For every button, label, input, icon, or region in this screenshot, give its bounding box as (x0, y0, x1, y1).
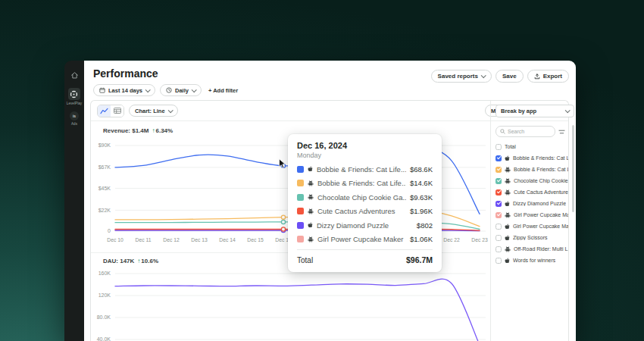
chart-type-select[interactable]: Chart: Line (129, 105, 178, 117)
search-icon (500, 129, 505, 134)
scrollbar[interactable] (572, 125, 574, 212)
svg-text:Dec 23: Dec 23 (471, 237, 488, 242)
add-filter-button[interactable]: + Add filter (208, 87, 238, 94)
svg-text:Dec 14: Dec 14 (219, 237, 236, 242)
app-filter-label: Chocolate Chip Cookie... (514, 178, 568, 183)
app-filter-item[interactable]: Total (496, 141, 568, 152)
filter-sliders-icon[interactable] (558, 129, 565, 135)
tooltip-total-label: Total (297, 256, 406, 264)
tooltip-series-name: Bobbie & Friends: Cat Life... (317, 165, 406, 174)
app-filter-label: Dizzy Diamond Puzzle (513, 201, 566, 206)
tooltip-series-row: Cute Cactus Adventures$1.96K (297, 207, 433, 215)
svg-text:$67K: $67K (98, 164, 111, 170)
app-filter-item[interactable]: Cute Cactus Adventures (496, 186, 568, 198)
tooltip-series-value: $68.6K (410, 165, 433, 174)
revenue-trend-value: 6.34% (155, 127, 173, 134)
checkbox-checked[interactable] (496, 189, 502, 196)
save-button[interactable]: Save (496, 70, 524, 83)
app-filter-item[interactable]: Chocolate Chip Cookie... (496, 175, 568, 186)
app-filter-label: Cute Cactus Adventures (514, 189, 568, 195)
checkbox-unchecked[interactable] (496, 235, 502, 241)
svg-text:80.0K: 80.0K (97, 314, 111, 320)
dau-metric-label: DAU: 147K (103, 258, 134, 264)
checkbox-checked[interactable] (496, 167, 502, 173)
apple-icon (505, 155, 510, 161)
chevron-down-icon (192, 87, 197, 92)
clock-icon (166, 87, 172, 93)
page-title: Performance (93, 67, 158, 80)
svg-text:$22K: $22K (98, 208, 111, 213)
header-actions: Saved reports Save Export (431, 70, 569, 83)
app-filter-item[interactable]: Zippy Scissors (496, 232, 568, 243)
app-filter-item[interactable]: Off-Road Rider: Multi L... (496, 243, 568, 255)
svg-text:Dec 12: Dec 12 (163, 237, 180, 242)
panel-divider (490, 101, 491, 341)
tooltip-series-value: $802 (417, 221, 433, 230)
checkbox-unchecked[interactable] (496, 258, 502, 264)
apple-icon (505, 258, 510, 264)
svg-text:Dec 13: Dec 13 (191, 237, 208, 242)
app-filter-item[interactable]: Bobbie & Friends: Cat L... (496, 164, 568, 175)
saved-reports-button[interactable]: Saved reports (431, 70, 492, 83)
table-view-button[interactable] (111, 105, 123, 117)
date-range-select[interactable]: Last 14 days (93, 84, 155, 96)
tooltip-day: Monday (297, 152, 433, 159)
tooltip-series-value: $14.6K (410, 179, 433, 187)
export-button[interactable]: Export (527, 70, 569, 83)
granularity-select[interactable]: Daily (160, 84, 202, 96)
checkbox-checked[interactable] (496, 178, 502, 184)
app-filter-item[interactable]: Words for winners (496, 255, 568, 266)
nav-ads[interactable]: is Ads (70, 111, 79, 126)
nav-rail: LevelPlay is Ads (64, 61, 84, 341)
app-filter-item[interactable]: Girl Power Cupcake Ma... (496, 221, 568, 232)
series-color-swatch (297, 222, 304, 229)
chart-tooltip: Dec 16, 2024 Monday Bobbie & Friends: Ca… (288, 134, 442, 272)
app-filter-item[interactable]: Girl Power Cupcake Ma... (496, 209, 568, 221)
checkbox-checked[interactable] (496, 201, 502, 207)
tooltip-total-value: $96.7M (406, 255, 433, 264)
nav-ads-label: Ads (71, 122, 77, 126)
trend-up-icon: ↑ (137, 258, 140, 264)
app-filter-item[interactable]: Bobbie & Friends: Cat L... (496, 152, 568, 164)
app-filter-item[interactable]: Dizzy Diamond Puzzle (496, 198, 568, 209)
series-color-swatch (297, 180, 304, 186)
dau-chart-header: DAU: 147K ↑ 10.6% (103, 258, 158, 264)
line-view-button[interactable] (98, 105, 111, 117)
table-icon (114, 108, 121, 114)
chevron-down-icon (167, 108, 173, 113)
export-label: Export (543, 73, 562, 80)
apps-search-row (496, 126, 565, 137)
break-by-select[interactable]: Break by app (496, 105, 574, 117)
android-icon (308, 208, 314, 214)
nav-levelplay[interactable]: LevelPlay (67, 88, 82, 105)
tooltip-series-row: Dizzy Diamond Puzzle$802 (297, 221, 433, 230)
checkbox-unchecked[interactable] (496, 224, 502, 230)
tooltip-series-name: Bobbie & Friends: Cat Life... (317, 179, 406, 187)
nav-home[interactable] (70, 71, 79, 80)
checkbox-unchecked[interactable] (496, 246, 502, 252)
series-color-swatch (297, 194, 304, 201)
tooltip-series-row: Bobbie & Friends: Cat Life...$14.6K (297, 179, 433, 187)
tooltip-series-name: Chocolate Chip Cookie Ga... (317, 193, 406, 202)
dau-chart[interactable]: 160K120K80.0K40.0K (91, 268, 490, 341)
revenue-chart-header: Revenue: $1.4M ↑ 6.34% (103, 127, 173, 134)
search-input-box[interactable] (496, 126, 555, 137)
apple-icon (308, 166, 313, 172)
svg-text:Dec 15: Dec 15 (247, 237, 264, 242)
apple-icon (308, 222, 313, 228)
svg-text:$90K: $90K (98, 142, 111, 148)
search-input[interactable] (508, 129, 551, 134)
calendar-icon (99, 87, 105, 93)
checkbox-checked[interactable] (496, 212, 502, 218)
checkbox-checked[interactable] (496, 155, 502, 161)
svg-text:Dec 11: Dec 11 (135, 237, 151, 242)
save-label: Save (502, 73, 517, 80)
home-icon (70, 71, 79, 80)
apple-icon (505, 224, 510, 230)
line-chart-icon (100, 108, 108, 114)
checkbox-unchecked[interactable] (496, 144, 502, 150)
nav-levelplay-label: LevelPlay (67, 102, 82, 105)
chevron-down-icon (565, 108, 571, 113)
granularity-label: Daily (175, 87, 189, 94)
chevron-down-icon (481, 73, 486, 78)
